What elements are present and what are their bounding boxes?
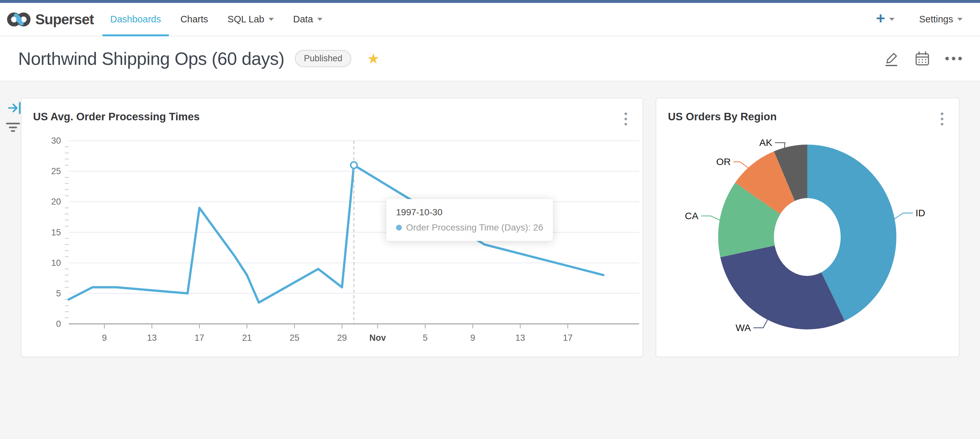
dashboard-header: Northwind Shipping Ops (60 days) Publish… <box>0 36 980 81</box>
svg-text:17: 17 <box>563 333 573 343</box>
chevron-down-icon <box>269 18 274 21</box>
line-chart[interactable]: 05101520253091317212529Nov591317 <box>21 128 643 354</box>
nav-item-charts[interactable]: Charts <box>171 3 218 36</box>
svg-text:13: 13 <box>147 333 157 343</box>
kebab-menu-icon[interactable] <box>623 111 628 127</box>
more-horizontal-icon[interactable] <box>945 57 962 60</box>
svg-text:5: 5 <box>56 289 61 298</box>
edit-pencil-icon[interactable] <box>884 51 899 67</box>
chevron-down-icon <box>957 18 963 21</box>
settings-menu[interactable]: Settings <box>919 14 963 25</box>
nav-item-label: SQL Lab <box>228 14 264 25</box>
plus-icon: + <box>876 11 885 26</box>
svg-text:30: 30 <box>51 136 61 145</box>
pie-label-id: ID <box>915 208 925 218</box>
chevron-down-icon <box>317 18 323 21</box>
nav-item-label: Charts <box>180 14 208 25</box>
navbar: Superset DashboardsChartsSQL LabData + S… <box>0 3 980 36</box>
donut-chart[interactable]: IDWACAORAK <box>656 98 959 357</box>
dashboard-canvas: US Avg. Order Processing Times 051015202… <box>0 81 980 439</box>
nav-right: + Settings <box>876 13 963 26</box>
svg-text:20: 20 <box>51 197 61 206</box>
pie-label-ca: CA <box>685 211 698 221</box>
nav-item-sql-lab[interactable]: SQL Lab <box>218 3 283 36</box>
tooltip-date: 1997-10-30 <box>396 207 543 217</box>
tooltip-value: Order Processing Time (Days): 26 <box>406 222 543 233</box>
svg-text:5: 5 <box>423 333 428 343</box>
superset-logo-icon <box>6 10 32 29</box>
pie-label-ak: AK <box>759 137 772 148</box>
pie-label-wa: WA <box>736 322 751 333</box>
settings-label: Settings <box>919 14 953 25</box>
svg-text:25: 25 <box>290 333 299 343</box>
svg-text:13: 13 <box>515 333 525 343</box>
svg-text:15: 15 <box>51 228 61 237</box>
svg-text:29: 29 <box>337 333 347 343</box>
pie-label-or: OR <box>716 156 731 167</box>
svg-text:0: 0 <box>56 319 61 329</box>
chart-card-orders-by-region: US Orders By Region IDWACAORAK <box>655 97 959 357</box>
nav-item-label: Dashboards <box>110 14 161 25</box>
nav-item-data[interactable]: Data <box>283 3 332 36</box>
svg-text:25: 25 <box>51 166 61 176</box>
favorite-star-icon[interactable]: ★ <box>367 51 380 66</box>
create-new-button[interactable]: + <box>876 13 894 26</box>
published-badge[interactable]: Published <box>295 50 352 67</box>
series-dot-icon <box>396 225 402 230</box>
page-title: Northwind Shipping Ops (60 days) <box>18 48 285 69</box>
svg-text:21: 21 <box>242 333 252 343</box>
svg-text:10: 10 <box>51 258 61 268</box>
svg-text:9: 9 <box>470 333 475 343</box>
expand-filter-bar-icon[interactable] <box>8 101 22 115</box>
calendar-icon[interactable] <box>914 51 931 67</box>
svg-text:9: 9 <box>102 333 107 343</box>
chart-tooltip: 1997-10-30 Order Processing Time (Days):… <box>386 199 553 241</box>
superset-brand[interactable]: Superset <box>6 10 94 29</box>
main-nav: DashboardsChartsSQL LabData <box>100 3 332 36</box>
chart-title: US Avg. Order Processing Times <box>33 110 200 123</box>
svg-text:17: 17 <box>194 333 204 343</box>
nav-item-label: Data <box>293 14 313 25</box>
pie-slice-wa[interactable] <box>721 246 845 329</box>
top-accent-strip <box>0 0 980 3</box>
svg-text:Nov: Nov <box>369 333 386 343</box>
header-actions <box>884 51 962 67</box>
filter-icon[interactable] <box>6 121 20 134</box>
chart-card-processing-times: US Avg. Order Processing Times 051015202… <box>21 97 643 357</box>
nav-item-dashboards[interactable]: Dashboards <box>100 3 170 36</box>
chevron-down-icon <box>889 18 894 21</box>
brand-name: Superset <box>35 11 94 27</box>
